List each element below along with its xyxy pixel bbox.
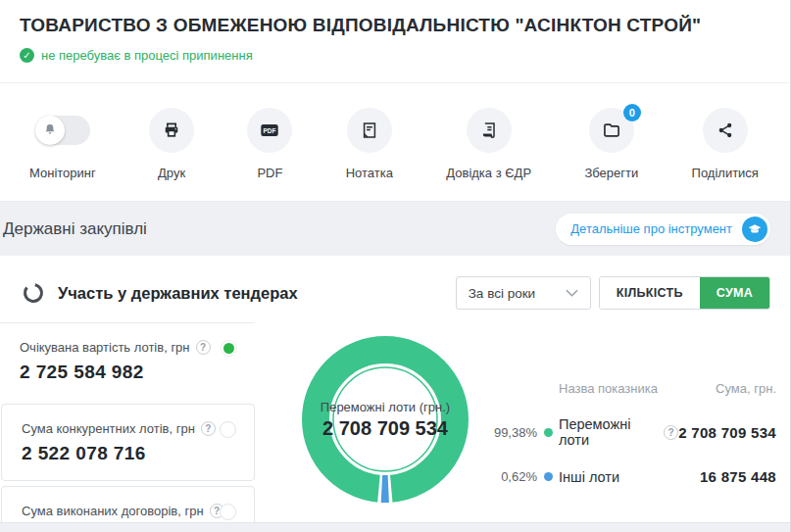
toolbar-item-pdf[interactable]: PDF PDF bbox=[247, 108, 292, 180]
tenders-controls: За всі роки КІЛЬКІСТЬ СУМА bbox=[456, 276, 770, 310]
metric-cards: Очікувана вартість лотів, грн ? 2 725 58… bbox=[0, 322, 255, 532]
company-title: ТОВАРИСТВО З ОБМЕЖЕНОЮ ВІДПОВІДАЛЬНІСТЮ … bbox=[20, 15, 770, 36]
actions-toolbar: Моніторинг Друк PDF PDF Нотатка Довідка … bbox=[0, 83, 790, 202]
help-icon[interactable]: ? bbox=[201, 421, 216, 436]
section-title: Державні закупівлі bbox=[3, 219, 147, 239]
share-icon bbox=[703, 108, 748, 153]
toolbar-label: Моніторинг bbox=[29, 166, 96, 180]
company-status: ✓ не перебуває в процесі припинення bbox=[20, 48, 770, 63]
check-circle-icon: ✓ bbox=[20, 48, 34, 63]
toolbar-item-share[interactable]: Поділитися bbox=[692, 108, 759, 180]
bottom-band bbox=[0, 522, 790, 532]
metric-radio[interactable] bbox=[220, 421, 236, 438]
metric-radio-selected[interactable] bbox=[221, 340, 237, 357]
help-icon[interactable]: ? bbox=[196, 340, 211, 355]
metric-label: Очікувана вартість лотів, грн bbox=[20, 340, 190, 355]
count-tab-button[interactable]: КІЛЬКІСТЬ bbox=[600, 277, 700, 309]
note-icon bbox=[347, 108, 392, 153]
registry-extract-icon bbox=[467, 108, 512, 153]
donut-center-label: Переможні лоти (грн.) 2 708 709 534 bbox=[292, 326, 478, 512]
toolbar-item-monitoring[interactable]: Моніторинг bbox=[29, 108, 96, 180]
tenders-title: Участь у державних тендерах bbox=[58, 284, 298, 303]
company-page: ТОВАРИСТВО З ОБМЕЖЕНОЮ ВІДПОВІДАЛЬНІСТЮ … bbox=[0, 0, 791, 532]
legend-table-header: Назва показника Сума, грн. bbox=[486, 381, 776, 396]
tool-details-button[interactable]: Детальніше про інструмент bbox=[556, 214, 770, 245]
section-band: Державні закупівлі Детальніше про інстру… bbox=[0, 202, 790, 256]
toolbar-item-note[interactable]: Нотатка bbox=[346, 108, 393, 180]
toolbar-item-save[interactable]: 0 Зберегти bbox=[584, 108, 638, 180]
bell-icon bbox=[35, 116, 65, 145]
help-icon[interactable]: ? bbox=[664, 425, 678, 440]
legend-row-other-lots: 0,62% Інші лоти 16 875 448 bbox=[486, 468, 776, 485]
period-select-value: За всі роки bbox=[469, 286, 535, 301]
metric-card-expected-value[interactable]: Очікувана вартість лотів, грн ? 2 725 58… bbox=[0, 322, 255, 399]
toolbar-label: Нотатка bbox=[346, 166, 393, 180]
tool-details-label: Детальніше про інструмент bbox=[570, 221, 732, 236]
metric-value: 2 522 078 716 bbox=[22, 443, 234, 464]
metric-label: Сума виконаних договорів, грн bbox=[22, 504, 204, 518]
page-header: ТОВАРИСТВО З ОБМЕЖЕНОЮ ВІДПОВІДАЛЬНІСТЮ … bbox=[0, 0, 790, 83]
donut-ring-icon bbox=[22, 281, 45, 305]
blue-dot-icon bbox=[544, 472, 553, 481]
svg-text:PDF: PDF bbox=[264, 127, 276, 134]
sum-tab-button[interactable]: СУМА bbox=[700, 277, 769, 309]
legend-value-header: Сума, грн. bbox=[716, 381, 776, 396]
metric-value: 2 725 584 982 bbox=[20, 362, 235, 383]
donut-center-title: Переможні лоти (грн.) bbox=[321, 400, 450, 414]
monitoring-toggle[interactable] bbox=[35, 116, 90, 145]
pdf-icon: PDF bbox=[247, 108, 292, 153]
legend-label: Переможні лоти bbox=[559, 416, 657, 448]
legend-value: 16 875 448 bbox=[700, 468, 776, 485]
toolbar-label: Довідка з ЄДР bbox=[446, 166, 531, 180]
donut-center-value: 2 708 709 534 bbox=[322, 417, 448, 440]
green-dot-icon bbox=[544, 428, 553, 437]
status-text: не перебуває в процесі припинення bbox=[41, 48, 253, 63]
legend-percent: 0,62% bbox=[486, 469, 537, 484]
metric-radio[interactable] bbox=[220, 504, 236, 520]
legend-percent: 99,38% bbox=[486, 425, 537, 440]
toolbar-label: PDF bbox=[257, 166, 282, 180]
legend-label: Інші лоти bbox=[559, 469, 619, 485]
tenders-header-row: Участь у державних тендерах За всі роки … bbox=[0, 256, 790, 310]
chevron-down-icon bbox=[566, 289, 578, 298]
legend-value: 2 708 709 534 bbox=[678, 424, 776, 441]
period-select[interactable]: За всі роки bbox=[456, 276, 591, 310]
tenders-chart-area: Очікувана вартість лотів, грн ? 2 725 58… bbox=[0, 322, 790, 532]
save-count-badge: 0 bbox=[623, 104, 641, 121]
metric-card-competitive-sum[interactable]: Сума конкурентних лотів, грн ? 2 522 078… bbox=[1, 404, 255, 481]
toolbar-label: Друк bbox=[158, 166, 185, 180]
legend-table: Назва показника Сума, грн. 99,38% Перемо… bbox=[486, 381, 776, 532]
toolbar-label: Поділитися bbox=[692, 166, 759, 180]
legend-row-winning-lots: 99,38% Переможні лоти ? 2 708 709 534 bbox=[486, 416, 776, 448]
count-sum-segmented-control: КІЛЬКІСТЬ СУМА bbox=[599, 276, 770, 310]
donut-chart[interactable]: Переможні лоти (грн.) 2 708 709 534 bbox=[292, 326, 478, 512]
legend-name-header: Назва показника bbox=[559, 381, 716, 396]
metric-label: Сума конкурентних лотів, грн bbox=[22, 421, 195, 436]
toolbar-item-print[interactable]: Друк bbox=[149, 108, 194, 180]
graduation-cap-icon bbox=[742, 217, 767, 242]
toolbar-label: Зберегти bbox=[584, 166, 638, 180]
printer-icon bbox=[149, 108, 194, 153]
toolbar-item-registry-extract[interactable]: Довідка з ЄДР bbox=[446, 108, 531, 180]
